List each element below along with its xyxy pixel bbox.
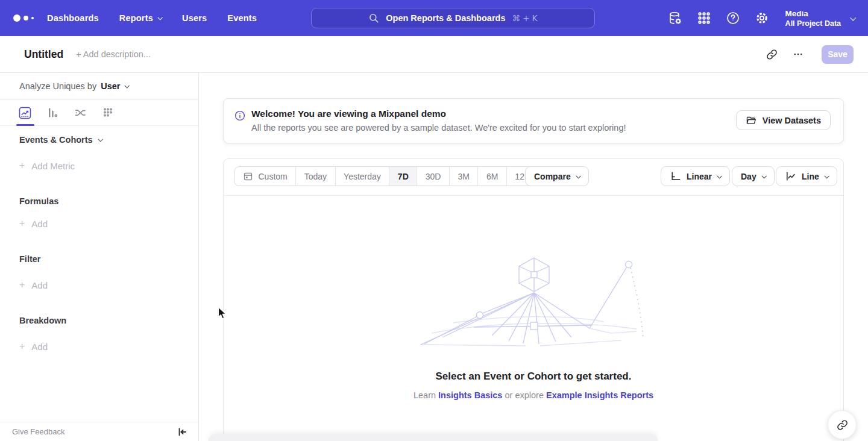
range-custom[interactable]: Custom (234, 167, 296, 186)
add-breakdown-button[interactable]: + Add (19, 341, 48, 352)
nav-right: Media All Project Data (668, 0, 868, 36)
active-tab-underline (16, 124, 34, 127)
scale-dropdown[interactable]: Linear (661, 166, 730, 186)
example-insights-reports-link[interactable]: Example Insights Reports (546, 390, 653, 400)
bottom-table-sheet[interactable] (208, 434, 658, 441)
nav-item-label: Reports (119, 13, 153, 23)
project-text: Media All Project Data (785, 8, 841, 28)
calendar-icon (243, 171, 253, 181)
report-title[interactable]: Untitled (24, 48, 63, 61)
range-6m[interactable]: 6M (478, 167, 506, 186)
chevron-down-icon (824, 174, 829, 178)
copy-link-button[interactable] (761, 44, 782, 64)
range-label: Yesterday (344, 172, 381, 181)
nav-items: Dashboards Reports Users Events (47, 13, 257, 23)
range-30d[interactable]: 30D (417, 167, 450, 186)
chevron-down-icon (576, 174, 580, 178)
sidebar-footer: Give Feedback (0, 422, 198, 441)
chevron-down-icon (717, 174, 722, 178)
nav-item-reports[interactable]: Reports (119, 13, 162, 23)
analyze-value-dropdown[interactable]: User (101, 81, 128, 91)
section-events-cohorts[interactable]: Events & Cohorts (19, 135, 102, 145)
compare-button[interactable]: Compare (525, 166, 589, 186)
analyze-label: Analyze Uniques by (19, 81, 96, 91)
chart-type-dropdown[interactable]: Line (776, 166, 837, 186)
range-label: 30D (426, 172, 441, 181)
section-breakdown: Breakdown (19, 316, 66, 325)
interval-label: Day (741, 172, 756, 181)
apps-grid-icon[interactable] (697, 11, 711, 25)
chevron-down-icon (850, 14, 856, 20)
info-icon (234, 110, 245, 121)
report-description-placeholder[interactable]: + Add description... (76, 49, 151, 59)
nav-item-events[interactable]: Events (227, 13, 257, 23)
range-label: Today (304, 172, 327, 181)
analyze-row: Analyze Uniques by User (0, 73, 198, 100)
more-options-button[interactable] (788, 44, 808, 64)
project-name: Media (785, 8, 841, 19)
chevron-down-icon (125, 83, 130, 88)
tab-flow-icon[interactable] (74, 107, 87, 119)
add-filter-button[interactable]: + Add (19, 280, 48, 290)
section-filter: Filter (19, 254, 40, 264)
tab-metrics-icon[interactable] (102, 107, 115, 119)
add-metric-button[interactable]: + Add Metric (19, 160, 75, 171)
nav-item-label: Dashboards (47, 13, 99, 23)
range-today[interactable]: Today (296, 167, 335, 186)
compare-label: Compare (534, 172, 571, 181)
welcome-banner: Welcome! You are viewing a Mixpanel demo… (223, 98, 844, 143)
save-button[interactable]: Save (822, 45, 854, 64)
logo-dot (31, 17, 34, 19)
banner-subtitle: All the reports you see are powered by a… (251, 123, 626, 133)
floating-share-button[interactable] (828, 410, 857, 439)
nav-item-label: Events (227, 13, 257, 23)
line-chart-icon (785, 170, 796, 182)
linear-axis-icon (670, 170, 681, 182)
empty-state-illustration (420, 255, 649, 347)
section-title: Events & Cohorts (19, 135, 93, 145)
links-middle: or explore (502, 390, 546, 400)
search-shortcut: ⌘ + K (512, 13, 537, 23)
mixpanel-logo[interactable] (13, 14, 37, 22)
chart-type-label: Line (802, 172, 819, 181)
view-datasets-label: View Datasets (763, 116, 821, 125)
chevron-down-icon (761, 174, 766, 178)
collapse-sidebar-icon[interactable] (176, 426, 188, 438)
add-formula-button[interactable]: + Add (19, 218, 48, 229)
nav-item-dashboards[interactable]: Dashboards (47, 13, 99, 23)
range-7d-selected[interactable]: 7D (389, 167, 417, 186)
insights-chart-card: Custom Today Yesterday 7D 30D 3M 6M 12M … (223, 158, 844, 441)
range-yesterday[interactable]: Yesterday (336, 167, 390, 186)
range-label: 6M (486, 172, 498, 181)
nav-item-users[interactable]: Users (182, 13, 207, 23)
add-label: Add (31, 280, 48, 290)
empty-state-title: Select an Event or Cohort to get started… (224, 371, 843, 383)
settings-gear-icon[interactable] (755, 11, 769, 25)
analyze-value: User (101, 81, 120, 91)
data-management-icon[interactable] (668, 11, 682, 25)
help-icon[interactable] (726, 11, 740, 25)
plus-icon: + (19, 160, 25, 171)
chevron-down-icon (157, 15, 162, 20)
tab-line-chart-icon[interactable] (19, 107, 31, 119)
project-subtitle: All Project Data (785, 19, 841, 28)
insights-basics-link[interactable]: Insights Basics (438, 390, 502, 400)
give-feedback-link[interactable]: Give Feedback (12, 427, 64, 436)
section-title: Filter (19, 254, 40, 264)
search-placeholder: Open Reports & Dashboards (386, 13, 505, 23)
tab-bar-chart-icon[interactable] (46, 107, 59, 119)
logo-dot (13, 14, 20, 22)
toolbar-divider (224, 195, 843, 196)
global-search-input[interactable]: Open Reports & Dashboards ⌘ + K (311, 8, 595, 28)
interval-dropdown[interactable]: Day (732, 166, 775, 186)
scale-label: Linear (687, 172, 712, 181)
nav-item-label: Users (182, 13, 207, 23)
range-label: 7D (398, 172, 409, 181)
chevron-down-icon (98, 137, 102, 142)
range-3m[interactable]: 3M (450, 167, 478, 186)
view-datasets-button[interactable]: View Datasets (736, 110, 831, 130)
section-formulas: Formulas (19, 196, 58, 206)
search-icon (368, 13, 379, 23)
project-selector[interactable]: Media All Project Data (785, 8, 855, 28)
query-builder-sidebar: Analyze Uniques by User Events & Coho (0, 73, 199, 441)
